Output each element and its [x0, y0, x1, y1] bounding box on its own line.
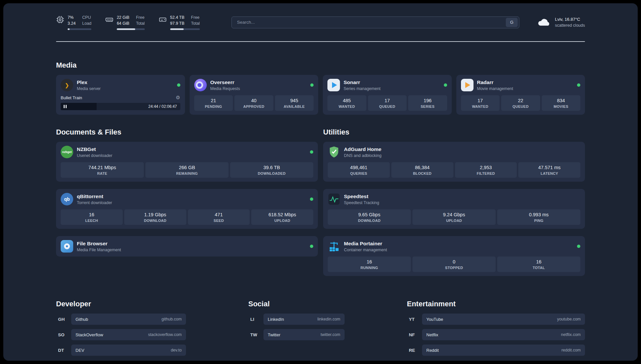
speedtest-graph-icon [328, 193, 340, 205]
disk-free-value: 52.4 TB [170, 15, 185, 20]
utilities-section: Utilities AdGuard Home DNS and a [323, 128, 585, 276]
bookmark-link[interactable]: StackOverflow stackoverflow.com [71, 329, 186, 340]
playback-time: 24:44 / 02:06:47 [148, 104, 177, 109]
cpu-widget: 7% 3.24 CPU Load [56, 15, 91, 30]
sonarr-card[interactable]: Sonarr Series management 485 WANTED 17 Q… [323, 75, 452, 115]
weather-condition: scattered clouds [555, 22, 585, 29]
service-name: NZBGet [77, 146, 306, 152]
media-section-title: Media [56, 61, 585, 70]
stat-remaining: 266 GB REMAINING [145, 162, 229, 178]
service-name: AdGuard Home [344, 146, 580, 152]
playback-progress-bar[interactable]: 24:44 / 02:06:47 [61, 103, 180, 110]
service-name: Plex [77, 79, 173, 85]
disk-widget: 52.4 TB 97.9 TB Free Total [159, 15, 200, 30]
status-dot-online [577, 83, 580, 87]
bookmark-link[interactable]: DEV dev.to [71, 345, 186, 356]
portainer-card[interactable]: Media Portainer Container management 16 … [323, 236, 585, 276]
adguard-card[interactable]: AdGuard Home DNS and adblocking 498,461 … [323, 142, 585, 182]
stat-upload: 618.52 Mbps UPLOAD [251, 209, 313, 225]
media-section: Media ❯ Plex Media server Bullet Train [56, 61, 585, 115]
bookmark-abbr: RE [407, 348, 422, 353]
stat-total: 16 TOTAL [497, 257, 580, 272]
track-title: Bullet Train [61, 95, 82, 100]
top-bar: 7% 3.24 CPU Load [56, 15, 585, 30]
status-dot-online [310, 245, 313, 248]
bookmark-abbr: TW [248, 332, 263, 337]
radarr-icon [461, 79, 473, 91]
qbittorrent-card[interactable]: qb qBittorrent Torrent downloader 16 LEE… [56, 189, 318, 229]
status-dot-online [577, 245, 580, 248]
stat-series: 196 SERIES [408, 95, 447, 111]
overseerr-card[interactable]: Overseerr Media Requests 21 PENDING 40 A… [190, 75, 319, 115]
stat-blocked: 86,384 BLOCKED [391, 162, 453, 178]
bookmark-stackoverflow: SO StackOverflow stackoverflow.com [56, 329, 186, 340]
status-dot-online [310, 150, 313, 154]
bookmark-link[interactable]: YouTube youtube.com [422, 314, 585, 325]
service-subtitle: DNS and adblocking [344, 153, 580, 158]
entertainment-section-title: Entertainment [407, 300, 585, 308]
bookmark-link[interactable]: LinkedIn linkedin.com [263, 314, 345, 325]
cloud-icon [537, 17, 551, 28]
service-subtitle: Series management [344, 86, 440, 91]
topbar-divider [56, 41, 585, 42]
memory-stick-icon [105, 15, 113, 30]
cpu-usage-value: 7% [68, 15, 76, 20]
bookmark-dev: DT DEV dev.to [56, 345, 186, 356]
bookmark-link[interactable]: Netflix netflix.com [422, 329, 585, 340]
memory-widget: 22 GiB 64 GiB Free Total [105, 15, 145, 30]
entertainment-bookmarks: Entertainment YT YouTube youtube.com NF … [407, 300, 585, 356]
developer-section-title: Developer [56, 300, 186, 308]
memory-total-label: Total [136, 20, 144, 26]
bookmark-abbr: SO [56, 332, 71, 337]
service-subtitle: Container management [344, 248, 573, 252]
service-subtitle: Media server [77, 86, 173, 91]
social-section-title: Social [248, 300, 345, 308]
service-subtitle: Speedtest Tracking [344, 200, 580, 205]
stat-queued: 17 QUEUED [368, 95, 407, 111]
service-name: Radarr [477, 79, 574, 85]
cpu-label: CPU [82, 15, 91, 20]
stat-leech: 16 LEECH [61, 209, 123, 225]
cpu-load-value: 3.24 [68, 20, 76, 26]
bookmark-link[interactable]: Twitter twitter.com [263, 329, 345, 340]
bookmark-abbr: GH [56, 317, 71, 322]
service-name: Speedtest [344, 194, 580, 199]
stat-seed: 471 SEED [188, 209, 250, 225]
search-input[interactable] [236, 19, 506, 25]
bookmark-abbr: DT [56, 348, 71, 353]
stat-approved: 40 APPROVED [234, 95, 273, 111]
bookmark-abbr: LI [248, 317, 263, 322]
bookmark-abbr: NF [407, 332, 422, 337]
documents-section: Documents & Files nzbget NZBGet Usenet d… [56, 128, 318, 276]
bookmark-link[interactable]: Reddit reddit.com [422, 345, 585, 356]
stat-upload: 9.24 Gbps UPLOAD [412, 209, 496, 225]
nzbget-card[interactable]: nzbget NZBGet Usenet downloader 744.21 M… [56, 142, 318, 182]
stat-wanted: 17 WANTED [461, 95, 500, 111]
filebrowser-card[interactable]: File Browser Media File Management [56, 236, 318, 257]
disk-usage-bar [170, 28, 200, 30]
radarr-card[interactable]: Radarr Movie management 17 WANTED 22 QUE… [456, 75, 585, 115]
stat-download: 9.65 Gbps DOWNLOAD [328, 209, 411, 225]
cpu-usage-bar [68, 28, 91, 30]
stat-wanted: 485 WANTED [327, 95, 366, 111]
now-playing-widget: Bullet Train ⚙ 24:44 / 02:06:47 [61, 95, 180, 110]
search-provider-button[interactable]: G [506, 18, 518, 27]
weather-location: Lviv, 16.87°C [555, 16, 585, 23]
bookmark-netflix: NF Netflix netflix.com [407, 329, 585, 340]
bookmark-link[interactable]: Github github.com [71, 314, 186, 325]
hard-drive-icon [159, 15, 167, 30]
weather-widget: Lviv, 16.87°C scattered clouds [537, 16, 585, 29]
pause-icon[interactable] [64, 105, 67, 108]
gear-icon[interactable]: ⚙ [176, 95, 180, 101]
search-bar: G [231, 16, 519, 28]
service-name: Media Portainer [344, 241, 573, 247]
status-dot-online [310, 83, 314, 87]
disk-total-label: Total [191, 20, 199, 26]
plex-card[interactable]: ❯ Plex Media server Bullet Train ⚙ [56, 75, 185, 115]
cpu-chip-icon [56, 15, 64, 30]
service-subtitle: Media Requests [210, 86, 307, 91]
stat-ping: 0.993 ms PING [497, 209, 580, 225]
utilities-section-title: Utilities [323, 128, 585, 136]
service-name: Sonarr [344, 79, 440, 85]
speedtest-card[interactable]: Speedtest Speedtest Tracking 9.65 Gbps D… [323, 189, 585, 229]
